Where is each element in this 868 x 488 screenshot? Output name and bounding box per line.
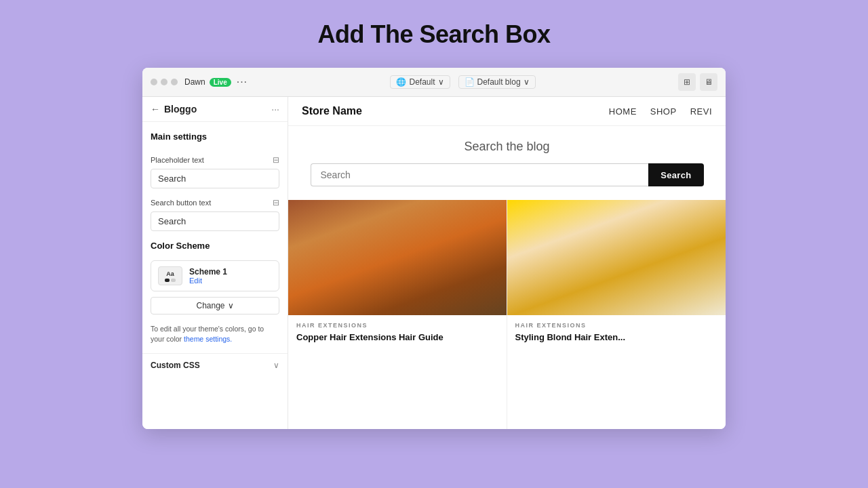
- theme-name: Dawn: [184, 77, 205, 87]
- blog-card-2: HAIR EXTENSIONS Styling Blond Hair Exten…: [507, 200, 726, 429]
- search-button-field-group: Search button text ⊟: [151, 198, 279, 231]
- blog-card-body-2: HAIR EXTENSIONS Styling Blond Hair Exten…: [507, 315, 726, 350]
- live-badge: Live: [210, 78, 231, 87]
- chevron-icon: ∨: [438, 77, 444, 87]
- browser-window: Dawn Live ··· 🌐 Default ∨ 📄 Default blog…: [142, 68, 726, 429]
- topbar-right: ⊞ 🖥: [678, 73, 717, 91]
- blog-card-body-1: HAIR EXTENSIONS Copper Hair Extensions H…: [288, 315, 507, 350]
- custom-css-row[interactable]: Custom CSS ∨: [142, 353, 288, 377]
- blog-search-input[interactable]: [311, 163, 649, 186]
- default-label: Default: [409, 77, 435, 87]
- placeholder-icon: ⊟: [273, 155, 279, 165]
- blog-img-2: [507, 200, 726, 315]
- dot-green: [171, 79, 178, 85]
- theme-settings-link[interactable]: theme settings.: [184, 335, 232, 343]
- blog-card-1: HAIR EXTENSIONS Copper Hair Extensions H…: [288, 200, 507, 429]
- sidebar-menu-icon[interactable]: ···: [271, 104, 279, 115]
- doc-icon: 📄: [465, 77, 475, 87]
- scheme-info: Scheme 1 Edit: [189, 267, 272, 285]
- nav-item-reviews[interactable]: REVI: [690, 106, 712, 117]
- blog-card-title-1: Copper Hair Extensions Hair Guide: [296, 332, 498, 344]
- dot-yellow: [161, 79, 167, 85]
- dot-red: [151, 79, 157, 85]
- hint-text: To edit all your theme's colors, go to y…: [151, 324, 279, 344]
- back-arrow-icon[interactable]: ←: [151, 104, 160, 115]
- store-name: Store Name: [302, 105, 362, 117]
- scheme-edit-link[interactable]: Edit: [189, 277, 272, 285]
- sidebar-header: ← Bloggo ···: [142, 97, 288, 122]
- main-settings-label: Main settings: [151, 131, 279, 142]
- editor-area: ← Bloggo ··· Main settings Placeholder t…: [142, 97, 726, 429]
- chevron-icon-2: ∨: [524, 77, 530, 87]
- blog-category-2: HAIR EXTENSIONS: [515, 322, 718, 329]
- blog-grid: HAIR EXTENSIONS Copper Hair Extensions H…: [288, 200, 726, 429]
- nav-item-shop[interactable]: SHOP: [650, 106, 677, 117]
- theme-tab: Dawn Live ···: [184, 76, 248, 88]
- nav-items: HOME SHOP REVI: [609, 106, 712, 117]
- custom-css-chevron-icon: ∨: [273, 361, 279, 370]
- browser-topbar: Dawn Live ··· 🌐 Default ∨ 📄 Default blog…: [142, 68, 726, 97]
- more-options-icon[interactable]: ···: [237, 76, 248, 88]
- preview-pane: Store Name HOME SHOP REVI Search the blo…: [288, 97, 726, 429]
- custom-css-label: Custom CSS: [151, 361, 200, 370]
- blog-category-1: HAIR EXTENSIONS: [296, 322, 498, 329]
- hair-photo-copper: [288, 200, 507, 315]
- default-badge[interactable]: 🌐 Default ∨: [390, 75, 450, 89]
- hair-photo-blond: [507, 200, 726, 315]
- scheme-preview: Aa: [158, 266, 182, 285]
- scheme-name: Scheme 1: [189, 267, 272, 277]
- topbar-center: 🌐 Default ∨ 📄 Default blog ∨: [254, 75, 671, 89]
- sidebar-panel: ← Bloggo ··· Main settings Placeholder t…: [142, 97, 288, 429]
- blog-card-title-2: Styling Blond Hair Exten...: [515, 332, 718, 344]
- placeholder-label-row: Placeholder text ⊟: [151, 155, 279, 165]
- browser-dots: [151, 79, 178, 85]
- scheme-dot-dark: [165, 279, 170, 282]
- blog-search-area: Search the blog Search: [288, 126, 726, 200]
- blog-img-1: [288, 200, 507, 315]
- default-blog-label: Default blog: [477, 77, 521, 87]
- blog-search-title: Search the blog: [464, 140, 549, 154]
- search-box-row: Search: [311, 163, 704, 186]
- search-button-text-input[interactable]: [151, 211, 279, 231]
- scheme-dot-light: [171, 279, 176, 282]
- page-title: Add The Search Box: [317, 20, 550, 49]
- color-scheme-label: Color Scheme: [151, 241, 279, 251]
- nav-item-home[interactable]: HOME: [609, 106, 637, 117]
- search-button-text: Search: [660, 170, 691, 180]
- placeholder-field-group: Placeholder text ⊟: [151, 155, 279, 188]
- default-blog-badge[interactable]: 📄 Default blog ∨: [458, 75, 536, 89]
- search-button-label-row: Search button text ⊟: [151, 198, 279, 207]
- store-nav: Store Name HOME SHOP REVI: [288, 97, 726, 126]
- view-toggle-icon[interactable]: ⊞: [678, 73, 696, 91]
- sidebar-title: Bloggo: [164, 104, 267, 115]
- globe-icon: 🌐: [396, 77, 406, 87]
- search-button-icon: ⊟: [273, 198, 279, 207]
- search-button-label: Search button text: [151, 199, 211, 207]
- change-chevron-icon: ∨: [228, 301, 234, 310]
- placeholder-text-input[interactable]: [151, 169, 279, 188]
- color-scheme-section: Color Scheme Aa Scheme 1 Edit: [151, 241, 279, 314]
- desktop-icon[interactable]: 🖥: [700, 73, 717, 91]
- placeholder-label: Placeholder text: [151, 156, 204, 164]
- change-btn-label: Change: [196, 301, 224, 310]
- sidebar-content: Main settings Placeholder text ⊟ Search …: [142, 122, 288, 353]
- blog-search-button[interactable]: Search: [648, 163, 703, 186]
- scheme-card: Aa Scheme 1 Edit: [151, 260, 279, 291]
- change-button[interactable]: Change ∨: [151, 297, 279, 314]
